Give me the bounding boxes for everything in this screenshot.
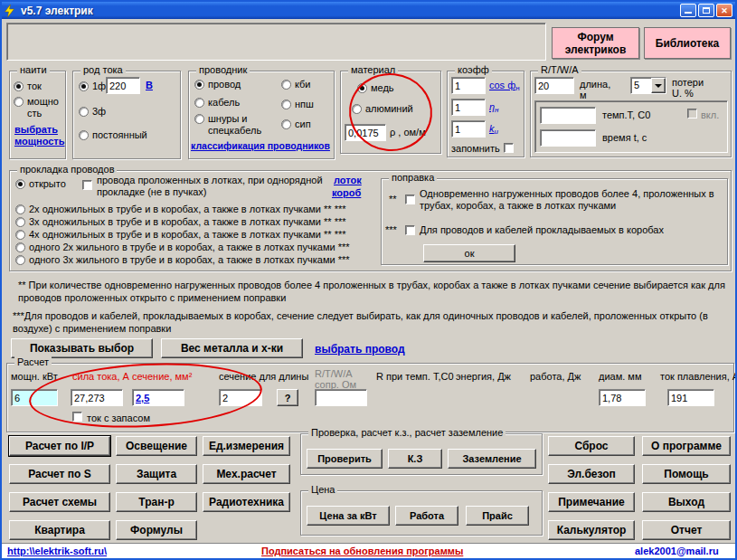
short-circuit-button[interactable]: К.З <box>388 449 442 469</box>
open-laying-radio[interactable] <box>15 179 25 189</box>
length-input[interactable] <box>534 77 574 94</box>
minimize-button[interactable] <box>680 4 696 17</box>
remember-checkbox[interactable] <box>504 143 514 153</box>
sip-radio[interactable] <box>281 119 291 129</box>
close-button[interactable] <box>716 4 732 17</box>
wire-radio[interactable] <box>194 80 204 90</box>
calc-s-button[interactable]: Расчет по S <box>9 464 110 484</box>
current-result-field[interactable] <box>71 389 123 406</box>
exit-button[interactable]: Выход <box>642 492 731 512</box>
calc-scheme-button[interactable]: Расчет схемы <box>9 492 110 512</box>
mech-calc-button[interactable]: Мех.расчет <box>203 464 290 484</box>
calculator-button[interactable]: Калькулятор <box>548 520 635 540</box>
cos-label[interactable]: cos фн <box>489 80 520 92</box>
check-button[interactable]: Проверить <box>307 449 383 469</box>
about-button[interactable]: О программе <box>642 436 731 456</box>
conductor-legend: проводник <box>196 64 250 75</box>
volt-link[interactable]: В <box>146 80 153 90</box>
subscribe-link[interactable]: Подписаться на обновления программы <box>261 546 463 556</box>
section-length-input[interactable] <box>219 389 262 406</box>
grounding-button[interactable]: Заземление <box>448 449 536 469</box>
phase1-radio[interactable] <box>79 81 89 91</box>
show-choice-button[interactable]: Показывать выбор <box>11 338 153 358</box>
correction-checkbox-1[interactable] <box>405 195 415 204</box>
find-power-radio[interactable] <box>14 97 24 107</box>
reserve-checkbox[interactable] <box>72 412 82 422</box>
laying-option-radio-4[interactable] <box>15 242 25 252</box>
apartment-button[interactable]: Квартира <box>9 520 110 540</box>
box-link[interactable]: короб <box>332 187 361 198</box>
calc-ip-button[interactable]: Расчет по I/P <box>9 436 110 456</box>
choose-wire-link[interactable]: выбрать провод <box>315 343 405 356</box>
help-question-button[interactable]: ? <box>277 389 298 406</box>
lighting-button[interactable]: Освещение <box>116 436 197 456</box>
resistivity-input[interactable] <box>345 124 386 141</box>
aluminum-radio[interactable] <box>352 104 362 114</box>
copper-label: медь <box>371 82 394 94</box>
tray-checkbox[interactable] <box>82 180 92 190</box>
sip-label: сип <box>295 119 311 130</box>
time-label: время t, с <box>602 132 647 143</box>
aluminum-label: алюминий <box>365 103 413 115</box>
kbi-radio[interactable] <box>281 80 291 90</box>
laying-option-label: одного 3х жильного в трубе и в коробах, … <box>29 254 350 266</box>
app-window: v5.7 электрик Форум электриков Библиотек… <box>0 0 737 560</box>
temp-input[interactable] <box>540 107 596 124</box>
choose-power-link[interactable]: выбрать мощность <box>14 124 61 147</box>
cords-radio[interactable] <box>194 114 204 124</box>
cable-radio[interactable] <box>194 98 204 108</box>
diam-field[interactable] <box>599 389 646 406</box>
laying-option-radio-3[interactable] <box>15 230 25 240</box>
classification-link[interactable]: классификация проводников <box>191 140 330 151</box>
loss-select[interactable]: 5 <box>630 77 666 94</box>
note-button[interactable]: Примечание <box>548 492 635 512</box>
rtwa-group: R/T/W/A длина, м 5 потери U. % темп.Т, С… <box>530 71 732 157</box>
find-current-radio[interactable] <box>14 81 24 91</box>
voltage-input[interactable] <box>106 77 140 94</box>
eta-input[interactable] <box>451 99 486 116</box>
power-input[interactable] <box>11 389 58 406</box>
resist-field[interactable] <box>315 389 367 406</box>
electrical-safety-button[interactable]: Эл.безоп <box>548 464 635 484</box>
npsh-radio[interactable] <box>281 100 291 109</box>
eta-label[interactable]: ηн <box>489 101 499 114</box>
k-label[interactable]: kи <box>489 123 498 136</box>
copper-radio[interactable] <box>357 83 367 93</box>
section-result-field[interactable] <box>132 389 184 406</box>
material-group: материал медь алюминий ρ , ом/м <box>340 71 441 154</box>
help-button[interactable]: Помощь <box>642 464 731 484</box>
maximize-button[interactable] <box>698 4 714 17</box>
site-link[interactable]: http:\\elektrik-soft.ru\ <box>7 546 107 556</box>
protection-button[interactable]: Защита <box>116 464 197 484</box>
metal-weight-button[interactable]: Вес металла и х-ки <box>161 338 303 358</box>
correction-ok-button[interactable]: ок <box>423 244 515 262</box>
laying-option-radio-2[interactable] <box>15 217 25 227</box>
cos-input[interactable] <box>451 77 486 94</box>
reset-button[interactable]: Сброс <box>548 436 635 456</box>
phase3-radio[interactable] <box>79 107 89 117</box>
formulas-button[interactable]: Формулы <box>116 520 197 540</box>
email-link[interactable]: alek2001@mail.ru <box>635 546 719 556</box>
k-input[interactable] <box>451 120 486 138</box>
titlebar: v5.7 электрик <box>2 2 735 19</box>
price-list-button[interactable]: Прайс <box>466 506 529 526</box>
tray-link[interactable]: лоток <box>334 175 362 185</box>
window-title: v5.7 электрик <box>21 5 93 17</box>
laying-option-radio-1[interactable] <box>15 204 25 214</box>
correction-text-2: Для проводов и кабелей прокладываемых в … <box>420 224 720 235</box>
radio-tech-button[interactable]: Радиотехника <box>203 492 290 512</box>
temp-on-checkbox[interactable] <box>687 109 697 119</box>
chevron-down-icon[interactable] <box>651 78 666 93</box>
units-button[interactable]: Ед.измерения <box>203 436 290 456</box>
dc-radio[interactable] <box>79 130 89 140</box>
price-kwt-button[interactable]: Цена за кВт <box>307 506 390 526</box>
library-button[interactable]: Библиотека <box>644 27 731 59</box>
time-input[interactable] <box>540 129 596 147</box>
laying-option-radio-5[interactable] <box>15 255 25 265</box>
transformer-button[interactable]: Тран-р <box>116 492 197 512</box>
melt-field[interactable] <box>667 389 714 406</box>
correction-checkbox-2[interactable] <box>405 225 415 235</box>
work-price-button[interactable]: Работа <box>395 506 458 526</box>
report-button[interactable]: Отчет <box>642 520 731 540</box>
forum-button[interactable]: Форум электриков <box>552 27 639 59</box>
